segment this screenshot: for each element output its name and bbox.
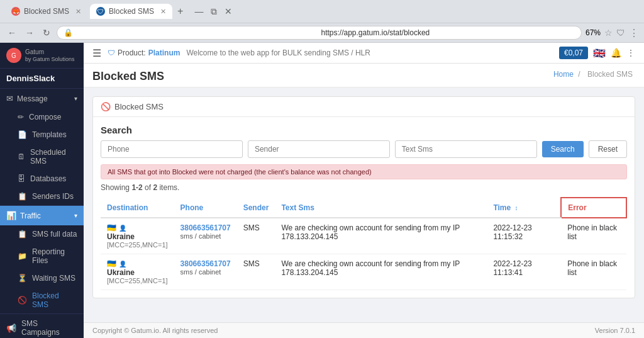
dest-mcc-2: [MCC=255,MNC=1]	[107, 277, 168, 284]
sidebar-item-senders[interactable]: 📋 Senders IDs	[0, 188, 84, 205]
phone-link-2[interactable]: 380663561707	[180, 259, 231, 268]
bell-icon[interactable]: 🔔	[611, 48, 621, 58]
zoom-indicator: 67%	[586, 28, 601, 37]
hamburger-icon[interactable]: ☰	[92, 47, 101, 59]
cell-textsms-1: We are checking own account for sending …	[275, 218, 487, 254]
table-header-row: Destination Phone Sender Text Sms Time ↕…	[101, 198, 626, 218]
chevron-down-icon: ▾	[74, 95, 77, 102]
topbar-description: Welcome to the web app for BULK sending …	[186, 48, 370, 57]
showing-total: 2	[153, 183, 157, 192]
col-time[interactable]: Time ↕	[487, 198, 561, 218]
sidebar-item-reporting[interactable]: 📁 Reporting Files	[0, 243, 84, 269]
new-tab-button[interactable]: +	[175, 6, 186, 17]
tab-close-1[interactable]: ✕	[75, 8, 81, 16]
cell-phone-2: 380663561707 sms / cabinet	[174, 254, 237, 290]
sidebar-item-campaigns[interactable]: 📢 SMS Campaigns	[0, 314, 84, 338]
col-sender[interactable]: Sender	[237, 198, 275, 218]
dest-country-1: Ukraine	[107, 232, 168, 241]
scheduled-icon: 🗓	[18, 152, 25, 161]
phone-input[interactable]	[101, 140, 243, 158]
page-title: Blocked SMS	[92, 70, 164, 83]
showing-prefix: Showing	[101, 183, 130, 192]
campaigns-icon: 📢	[6, 324, 16, 333]
tab-favicon-2: 🛡	[96, 7, 105, 16]
chevron-traffic-icon: ▾	[74, 212, 77, 219]
breadcrumb: Home / Blocked SMS	[553, 70, 635, 79]
showing-suffix: items.	[159, 183, 179, 192]
sort-icon: ↕	[515, 205, 518, 211]
browser-chrome: 🦊 Blocked SMS ✕ 🛡 Blocked SMS ✕ + — ⧉ ✕	[0, 0, 644, 23]
browser-tab-1[interactable]: 🦊 Blocked SMS ✕	[5, 4, 87, 19]
window-minimize-button[interactable]: —	[192, 5, 206, 18]
page-header: Blocked SMS Home / Blocked SMS	[84, 64, 644, 87]
templates-icon: 📄	[18, 130, 27, 139]
address-text: https://app.gatum.io/stat/blocked	[321, 28, 574, 37]
sidebar-label-campaigns: SMS Campaigns	[21, 319, 77, 337]
cell-textsms-2: We are checking own account for sending …	[275, 254, 487, 290]
content-area: 🚫 Blocked SMS Search Search Reset All SM…	[84, 87, 644, 322]
breadcrumb-home[interactable]: Home	[553, 70, 574, 79]
sidebar-item-traffic[interactable]: 📊 Traffic ▾	[0, 206, 84, 225]
dest-icon-1: 👤	[119, 225, 126, 232]
product-name: Platinum	[148, 48, 180, 57]
reset-button[interactable]: Reset	[589, 140, 627, 158]
col-phone[interactable]: Phone	[174, 198, 237, 218]
warning-banner: All SMS that got into Blocked were not c…	[101, 164, 627, 179]
search-button[interactable]: Search	[542, 141, 584, 157]
sidebar-label-reporting: Reporting Files	[32, 247, 77, 265]
language-flag[interactable]: 🇬🇧	[593, 47, 606, 59]
tab-label-1: Blocked SMS	[24, 7, 69, 16]
sidebar-label-senders: Senders IDs	[32, 192, 74, 201]
forward-button[interactable]: →	[23, 26, 36, 39]
sidebar-item-scheduled[interactable]: 🗓 Scheduled SMS	[0, 144, 84, 170]
footer-copyright: Copyright © Gatum.io. All rights reserve…	[92, 327, 218, 334]
sidebar-username: DennisSlack	[0, 69, 84, 89]
sidebar-section-message: ✉ Message ▾ ✏ Compose 📄 Templates 🗓 Sche…	[0, 89, 84, 206]
window-close-button[interactable]: ✕	[222, 5, 235, 18]
phone-sender-sub-1: sms / cabinet	[180, 232, 231, 240]
panel-header-label: Blocked SMS	[114, 102, 164, 111]
window-restore-button[interactable]: ⧉	[208, 5, 219, 18]
blocked-sms-panel: 🚫 Blocked SMS Search Search Reset All SM…	[92, 96, 635, 298]
sidebar-item-blocked[interactable]: 🚫 Blocked SMS	[0, 287, 84, 313]
refresh-button[interactable]: ↻	[40, 26, 53, 39]
sidebar-item-databases[interactable]: 🗄 Databases	[0, 170, 84, 188]
senders-icon: 📋	[18, 192, 27, 201]
sidebar-item-compose[interactable]: ✏ Compose	[0, 108, 84, 126]
sidebar-item-message[interactable]: ✉ Message ▾	[0, 89, 84, 108]
sidebar-item-waiting[interactable]: ⏳ Waiting SMS	[0, 269, 84, 287]
browser-tab-2[interactable]: 🛡 Blocked SMS ✕	[90, 4, 172, 19]
col-destination[interactable]: Destination	[101, 198, 174, 218]
logo-icon: G	[6, 48, 21, 63]
back-button[interactable]: ←	[5, 26, 19, 39]
star-icon[interactable]: ☆	[604, 28, 613, 38]
blocked-icon: 🚫	[18, 296, 27, 305]
table-row: 🇺🇦 👤 Ukraine [MCC=255,MNC=1] 38066356170…	[101, 254, 626, 290]
sidebar-logo: G Gatum by Gatum Solutions	[0, 43, 84, 69]
balance-badge: €0,07	[559, 47, 588, 59]
grid-icon[interactable]: ⋮	[626, 48, 635, 58]
sidebar: G Gatum by Gatum Solutions DennisSlack ✉…	[0, 43, 84, 338]
time-label: Time	[493, 203, 511, 212]
logo-text: Gatum by Gatum Solutions	[25, 48, 75, 63]
menu-icon[interactable]: ⋮	[629, 27, 639, 39]
sender-input[interactable]	[248, 140, 390, 158]
waiting-icon: ⏳	[18, 274, 27, 283]
sidebar-item-templates[interactable]: 📄 Templates	[0, 126, 84, 144]
smsfull-icon: 📋	[18, 230, 27, 239]
textsms-input[interactable]	[395, 140, 537, 158]
shield-icon: 🔒	[64, 28, 317, 37]
col-textsms[interactable]: Text Sms	[275, 198, 487, 218]
dest-icon-2: 👤	[119, 261, 126, 268]
tab-close-2[interactable]: ✕	[160, 8, 166, 16]
dest-mcc-1: [MCC=255,MNC=1]	[107, 241, 168, 249]
sidebar-item-smsfull[interactable]: 📋 SMS full data	[0, 225, 84, 243]
top-bar-right: €0,07 🇬🇧 🔔 ⋮	[559, 47, 635, 59]
reporting-icon: 📁	[18, 252, 27, 261]
traffic-icon: 📊	[6, 211, 16, 220]
address-bar[interactable]: 🔒 https://app.gatum.io/stat/blocked	[57, 26, 582, 40]
panel-header: 🚫 Blocked SMS	[93, 97, 635, 117]
table-header: Destination Phone Sender Text Sms Time ↕…	[101, 198, 626, 218]
phone-link-1[interactable]: 380663561707	[180, 223, 231, 232]
cell-destination-2: 🇺🇦 👤 Ukraine [MCC=255,MNC=1]	[101, 254, 174, 290]
